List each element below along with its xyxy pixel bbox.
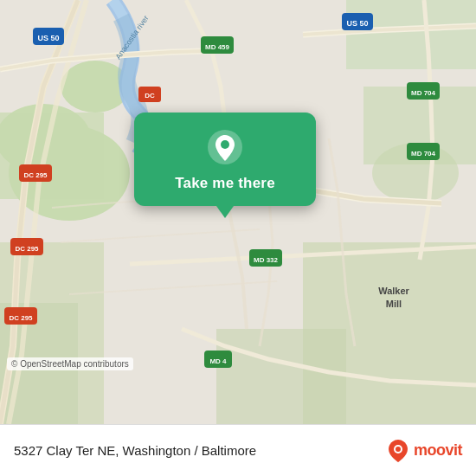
svg-text:MD 704: MD 704 — [411, 89, 436, 97]
svg-text:DC 295: DC 295 — [9, 314, 33, 322]
address-label: 5327 Clay Ter NE, Washington / Baltimore — [14, 443, 386, 458]
moovit-pin-icon — [386, 438, 410, 464]
svg-text:US 50: US 50 — [346, 19, 368, 28]
moovit-logo: moovit — [386, 438, 462, 464]
popup-card[interactable]: Take me there — [134, 113, 316, 206]
svg-text:DC 295: DC 295 — [23, 171, 48, 179]
location-pin-icon — [206, 128, 244, 166]
moovit-brand-text: moovit — [414, 441, 462, 460]
map-attribution: © OpenStreetMap contributors — [7, 357, 133, 370]
svg-rect-9 — [216, 329, 346, 424]
bottom-bar: 5327 Clay Ter NE, Washington / Baltimore… — [0, 424, 476, 476]
svg-text:MD 4: MD 4 — [209, 357, 227, 365]
svg-text:DC: DC — [145, 92, 155, 100]
svg-text:MD 459: MD 459 — [205, 43, 230, 51]
svg-text:DC 295: DC 295 — [15, 245, 39, 253]
svg-text:Mill: Mill — [386, 299, 402, 309]
svg-point-40 — [396, 447, 401, 452]
svg-text:MD 332: MD 332 — [254, 256, 279, 264]
svg-text:Walker: Walker — [378, 286, 409, 296]
svg-text:MD 704: MD 704 — [411, 150, 436, 158]
svg-rect-5 — [346, 0, 476, 69]
svg-text:US 50: US 50 — [37, 34, 59, 42]
map-container: US 50 US 50 MD 459 MD 704 MD 704 DC 295 … — [0, 0, 476, 424]
take-me-there-label: Take me there — [175, 175, 275, 192]
svg-point-38 — [221, 140, 229, 149]
